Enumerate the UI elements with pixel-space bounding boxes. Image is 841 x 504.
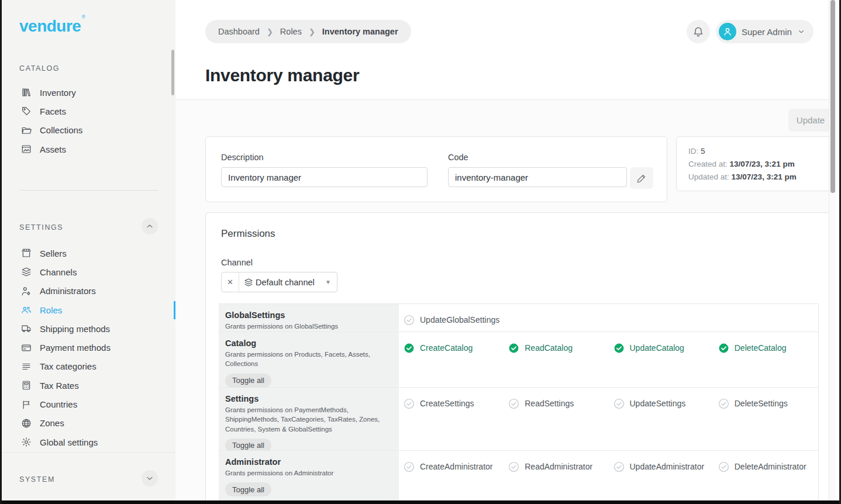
sidebar-item-assets[interactable]: Assets bbox=[2, 140, 175, 158]
check-circle-icon bbox=[404, 343, 415, 354]
catalog-section: CATALOG Inventory Facets Collections Ass… bbox=[2, 60, 175, 158]
catalog-section-label: CATALOG bbox=[2, 64, 60, 73]
sidebar-divider bbox=[19, 190, 158, 191]
permission-checkbox-createsettings[interactable]: CreateSettings bbox=[399, 395, 504, 412]
channel-select[interactable]: ✕ Default channel ▼ bbox=[221, 272, 337, 292]
toggle-all-button[interactable]: Toggle all bbox=[225, 482, 271, 496]
description-input[interactable] bbox=[221, 167, 428, 187]
notifications-button[interactable] bbox=[687, 20, 710, 43]
channel-selected-value: Default channel bbox=[256, 278, 315, 287]
sidebar-item-label: Facets bbox=[40, 106, 66, 116]
permission-checkbox-readadministrator[interactable]: ReadAdministrator bbox=[504, 458, 608, 475]
breadcrumb-separator-icon: ❯ bbox=[309, 27, 315, 36]
permissions-heading: Permissions bbox=[221, 228, 275, 240]
code-label: Code bbox=[448, 153, 627, 162]
tax-categories-icon bbox=[21, 361, 32, 372]
settings-section-label: SETTINGS bbox=[2, 223, 63, 232]
sellers-icon bbox=[21, 248, 32, 258]
permission-checkbox-deletecatalog[interactable]: DeleteCatalog bbox=[714, 340, 818, 356]
permission-row-settings: Settings Grants permissions on PaymentMe… bbox=[219, 388, 818, 451]
sidebar-item-channels[interactable]: Channels bbox=[2, 263, 175, 281]
edit-code-button[interactable] bbox=[630, 167, 653, 189]
permission-row-globalsettings: GlobalSettings Grants permissions on Glo… bbox=[219, 304, 818, 332]
permission-label: DeleteAdministrator bbox=[735, 462, 806, 471]
sidebar-item-collections[interactable]: Collections bbox=[2, 121, 175, 140]
window-bottom-edge bbox=[2, 500, 839, 504]
check-circle-icon bbox=[404, 398, 415, 409]
breadcrumb-separator-icon: ❯ bbox=[267, 27, 273, 36]
channels-icon bbox=[21, 267, 32, 277]
check-circle-icon bbox=[613, 398, 625, 409]
roles-icon bbox=[21, 305, 32, 315]
channel-label: Channel bbox=[221, 258, 253, 267]
global-settings-icon bbox=[21, 437, 32, 447]
chevron-down-icon bbox=[797, 27, 805, 36]
toggle-all-button[interactable]: Toggle all bbox=[225, 374, 271, 388]
system-collapse-button[interactable] bbox=[142, 470, 158, 486]
sidebar-item-tax-categories[interactable]: Tax categories bbox=[2, 357, 175, 376]
sidebar-item-zones[interactable]: Zones bbox=[2, 414, 175, 433]
sidebar-item-label: Tax categories bbox=[40, 361, 96, 371]
sidebar-item-tax-rates[interactable]: Tax Rates bbox=[2, 376, 175, 395]
check-circle-icon bbox=[613, 343, 625, 354]
page-scrollbar-thumb[interactable] bbox=[830, 0, 835, 193]
system-section-label: SYSTEM bbox=[2, 475, 55, 484]
permission-group-description: Grants permissions on Products, Facets, … bbox=[225, 350, 390, 369]
check-circle-icon bbox=[613, 461, 625, 472]
payment-icon bbox=[21, 343, 32, 353]
sidebar-item-administrators[interactable]: Administrators bbox=[2, 282, 175, 301]
vendure-logo[interactable]: vendure® bbox=[19, 14, 85, 36]
permission-checkbox-createadministrator[interactable]: CreateAdministrator bbox=[399, 458, 504, 475]
catalog-section-header: CATALOG bbox=[2, 60, 175, 77]
permission-group-description: Grants permissions on PaymentMethods, Sh… bbox=[225, 405, 390, 434]
channel-icon bbox=[244, 278, 253, 287]
permission-checkbox-deletesettings[interactable]: DeleteSettings bbox=[714, 395, 818, 412]
breadcrumb-current: Inventory manager bbox=[322, 27, 398, 36]
id-label: ID: bbox=[688, 147, 698, 156]
permission-group-description: Grants permissions on GlobalSettings bbox=[225, 322, 390, 331]
main-content: Dashboard ❯ Roles ❯ Inventory manager Su… bbox=[175, 0, 836, 500]
permission-checkbox-updatecatalog[interactable]: UpdateCatalog bbox=[609, 340, 714, 356]
permission-checkbox-updatesettings[interactable]: UpdateSettings bbox=[609, 395, 714, 412]
sidebar-item-countries[interactable]: Countries bbox=[2, 395, 175, 413]
remove-channel-icon[interactable]: ✕ bbox=[222, 272, 239, 292]
permission-group-description: Grants permissions on Administrator bbox=[225, 468, 390, 478]
sidebar-item-payment-methods[interactable]: Payment methods bbox=[2, 338, 175, 357]
permission-label: ReadCatalog bbox=[525, 343, 573, 353]
update-button[interactable]: Update bbox=[788, 109, 833, 132]
sidebar-item-facets[interactable]: Facets bbox=[2, 102, 175, 120]
settings-collapse-button[interactable] bbox=[142, 218, 158, 234]
permission-group-name: Administrator bbox=[225, 457, 391, 467]
page-scrollbar[interactable] bbox=[829, 0, 836, 500]
assets-icon bbox=[21, 144, 32, 154]
permission-checkbox-createcatalog[interactable]: CreateCatalog bbox=[399, 340, 504, 356]
sidebar-item-sellers[interactable]: Sellers bbox=[2, 244, 175, 263]
permission-checkbox-updateadministrator[interactable]: UpdateAdministrator bbox=[609, 458, 714, 475]
sidebar-item-label: Payment methods bbox=[40, 343, 111, 353]
breadcrumb-roles[interactable]: Roles bbox=[280, 27, 302, 36]
permission-checkbox-deleteadministrator[interactable]: DeleteAdministrator bbox=[714, 458, 818, 475]
permission-checkbox-readcatalog[interactable]: ReadCatalog bbox=[504, 340, 608, 356]
permissions-table: GlobalSettings Grants permissions on Glo… bbox=[219, 303, 819, 503]
permission-label: CreateAdministrator bbox=[420, 462, 493, 471]
user-menu[interactable]: Super Admin bbox=[716, 20, 814, 43]
system-section-header: SYSTEM bbox=[2, 471, 175, 488]
breadcrumb-dashboard[interactable]: Dashboard bbox=[218, 27, 260, 36]
code-input[interactable] bbox=[448, 167, 627, 187]
sidebar-item-inventory[interactable]: Inventory bbox=[2, 83, 175, 102]
collections-icon bbox=[21, 125, 32, 136]
permission-checkbox-readsettings[interactable]: ReadSettings bbox=[504, 395, 608, 412]
tax-rates-icon bbox=[21, 380, 32, 391]
permission-group-header: Catalog Grants permissions on Products, … bbox=[219, 332, 399, 387]
permission-checkbox-updateglobalsettings[interactable]: UpdateGlobalSettings bbox=[399, 312, 504, 328]
administrators-icon bbox=[21, 286, 32, 296]
permission-label: UpdateAdministrator bbox=[630, 462, 705, 471]
app-window: vendure® CATALOG Inventory Facets Collec… bbox=[0, 0, 841, 504]
code-field-group: Code bbox=[448, 153, 627, 187]
settings-section: SETTINGS Sellers Channels Administrators… bbox=[2, 219, 175, 451]
active-item-indicator bbox=[174, 301, 176, 319]
sidebar-item-label: Assets bbox=[40, 144, 66, 154]
sidebar-item-roles[interactable]: Roles bbox=[2, 301, 175, 319]
sidebar-item-global-settings[interactable]: Global settings bbox=[2, 433, 175, 451]
sidebar-item-shipping-methods[interactable]: Shipping methods bbox=[2, 319, 175, 338]
